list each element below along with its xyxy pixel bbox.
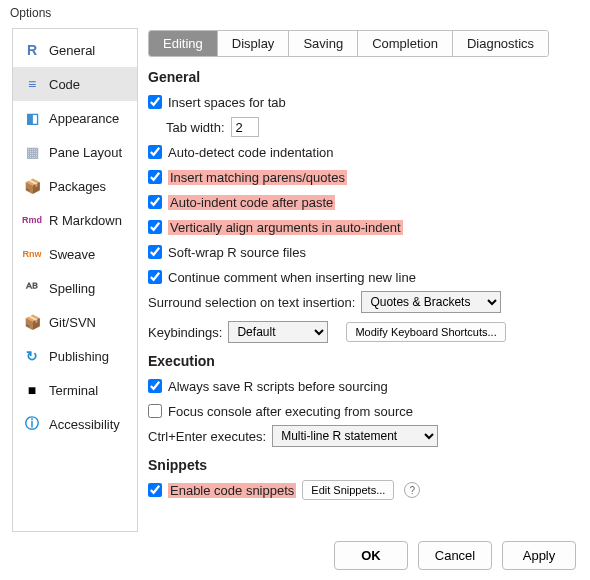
r-markdown-icon: Rmd — [23, 211, 41, 229]
sidebar-item-label: General — [49, 43, 95, 58]
tab-completion[interactable]: Completion — [358, 31, 453, 56]
sidebar-item-pane-layout[interactable]: ▦Pane Layout — [13, 135, 137, 169]
appearance-icon: ◧ — [23, 109, 41, 127]
lbl-insert-spaces: Insert spaces for tab — [168, 95, 286, 110]
sidebar-item-code[interactable]: ≡Code — [13, 67, 137, 101]
sidebar-item-label: Spelling — [49, 281, 95, 296]
tab-bar: EditingDisplaySavingCompletionDiagnostic… — [148, 30, 549, 57]
cb-vert-align[interactable] — [148, 220, 162, 234]
cancel-button[interactable]: Cancel — [418, 541, 492, 570]
apply-button[interactable]: Apply — [502, 541, 576, 570]
pane-layout-icon: ▦ — [23, 143, 41, 161]
code-icon: ≡ — [23, 75, 41, 93]
sidebar-item-general[interactable]: RGeneral — [13, 33, 137, 67]
main-panel: EditingDisplaySavingCompletionDiagnostic… — [148, 28, 578, 532]
cb-auto-detect[interactable] — [148, 145, 162, 159]
general-icon: R — [23, 41, 41, 59]
section-snippets: Snippets — [148, 457, 578, 473]
sidebar-item-label: Appearance — [49, 111, 119, 126]
cb-insert-spaces[interactable] — [148, 95, 162, 109]
btn-modify-shortcuts[interactable]: Modify Keyboard Shortcuts... — [346, 322, 505, 342]
sidebar-item-terminal[interactable]: ■Terminal — [13, 373, 137, 407]
select-surround[interactable]: Quotes & Brackets — [361, 291, 501, 313]
accessibility-icon: ⓘ — [23, 415, 41, 433]
sidebar-item-label: Code — [49, 77, 80, 92]
sidebar-item-r-markdown[interactable]: RmdR Markdown — [13, 203, 137, 237]
help-icon[interactable]: ? — [404, 482, 420, 498]
git-svn-icon: 📦 — [23, 313, 41, 331]
lbl-ctrl-enter: Ctrl+Enter executes: — [148, 429, 266, 444]
input-tab-width[interactable] — [231, 117, 259, 137]
lbl-auto-indent-paste: Auto-indent code after paste — [168, 195, 335, 210]
window-title: Options — [0, 0, 590, 24]
tab-saving[interactable]: Saving — [289, 31, 358, 56]
sidebar-item-label: Publishing — [49, 349, 109, 364]
cb-focus-console[interactable] — [148, 404, 162, 418]
lbl-surround: Surround selection on text insertion: — [148, 295, 355, 310]
cb-auto-indent-paste[interactable] — [148, 195, 162, 209]
tab-display[interactable]: Display — [218, 31, 290, 56]
sidebar-item-label: Accessibility — [49, 417, 120, 432]
cb-always-save[interactable] — [148, 379, 162, 393]
select-keybindings[interactable]: Default — [228, 321, 328, 343]
sidebar-item-label: Pane Layout — [49, 145, 122, 160]
sidebar-item-sweave[interactable]: RnwSweave — [13, 237, 137, 271]
sidebar-item-publishing[interactable]: ↻Publishing — [13, 339, 137, 373]
spelling-icon: ᴬᴮ — [23, 279, 41, 297]
section-general: General — [148, 69, 578, 85]
tab-editing[interactable]: Editing — [149, 31, 218, 56]
lbl-focus-console: Focus console after executing from sourc… — [168, 404, 413, 419]
lbl-always-save: Always save R scripts before sourcing — [168, 379, 388, 394]
ok-button[interactable]: OK — [334, 541, 408, 570]
sidebar-item-label: Git/SVN — [49, 315, 96, 330]
packages-icon: 📦 — [23, 177, 41, 195]
sidebar-item-label: Terminal — [49, 383, 98, 398]
cb-enable-snippets[interactable] — [148, 483, 162, 497]
cb-continue-comment[interactable] — [148, 270, 162, 284]
tab-diagnostics[interactable]: Diagnostics — [453, 31, 548, 56]
sweave-icon: Rnw — [23, 245, 41, 263]
footer: OK Cancel Apply — [334, 541, 576, 570]
sidebar-item-appearance[interactable]: ◧Appearance — [13, 101, 137, 135]
lbl-vert-align: Vertically align arguments in auto-inden… — [168, 220, 403, 235]
cb-soft-wrap[interactable] — [148, 245, 162, 259]
sidebar-item-git-svn[interactable]: 📦Git/SVN — [13, 305, 137, 339]
publishing-icon: ↻ — [23, 347, 41, 365]
lbl-insert-matching: Insert matching parens/quotes — [168, 170, 347, 185]
lbl-soft-wrap: Soft-wrap R source files — [168, 245, 306, 260]
lbl-keybindings: Keybindings: — [148, 325, 222, 340]
sidebar-item-accessibility[interactable]: ⓘAccessibility — [13, 407, 137, 441]
section-execution: Execution — [148, 353, 578, 369]
select-ctrl-enter[interactable]: Multi-line R statement — [272, 425, 438, 447]
lbl-auto-detect: Auto-detect code indentation — [168, 145, 334, 160]
sidebar-item-label: R Markdown — [49, 213, 122, 228]
sidebar-item-label: Packages — [49, 179, 106, 194]
sidebar-item-spelling[interactable]: ᴬᴮSpelling — [13, 271, 137, 305]
sidebar: RGeneral≡Code◧Appearance▦Pane Layout📦Pac… — [12, 28, 138, 532]
lbl-tab-width: Tab width: — [166, 120, 225, 135]
sidebar-item-packages[interactable]: 📦Packages — [13, 169, 137, 203]
btn-edit-snippets[interactable]: Edit Snippets... — [302, 480, 394, 500]
cb-insert-matching[interactable] — [148, 170, 162, 184]
sidebar-item-label: Sweave — [49, 247, 95, 262]
lbl-continue-comment: Continue comment when inserting new line — [168, 270, 416, 285]
lbl-enable-snippets: Enable code snippets — [168, 483, 296, 498]
terminal-icon: ■ — [23, 381, 41, 399]
